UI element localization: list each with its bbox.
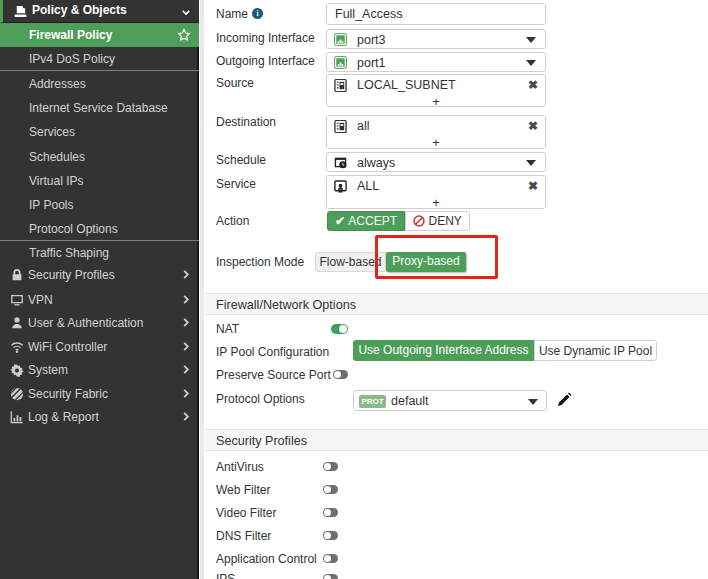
svg-text:i: i bbox=[256, 9, 258, 18]
